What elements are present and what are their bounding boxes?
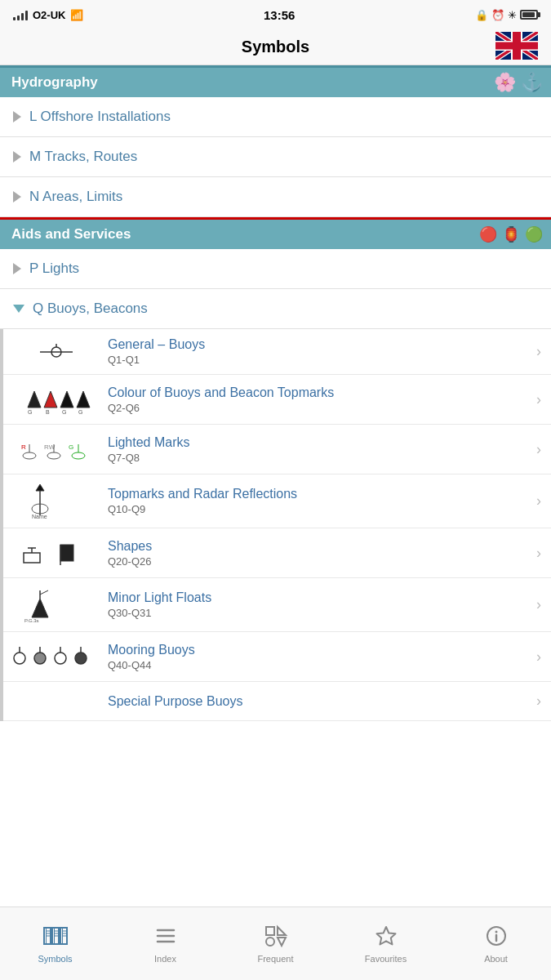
- svg-point-23: [23, 452, 36, 459]
- svg-marker-12: [28, 391, 41, 408]
- topmarks-title: Topmarks and Radar Reflections: [108, 487, 530, 501]
- category-M-label: M Tracks, Routes: [29, 149, 137, 165]
- signal-icon: [13, 9, 28, 20]
- svg-marker-15: [77, 391, 90, 408]
- svg-point-25: [47, 452, 60, 459]
- svg-rect-53: [46, 928, 47, 944]
- chevron-icon: ›: [536, 693, 541, 710]
- q-subitems-list: General – Buoys Q1-Q1 › G B G G: [0, 329, 551, 721]
- chevron-icon: ›: [536, 343, 541, 360]
- subitem-mooring-buoys[interactable]: Mooring Buoys Q40-Q44 ›: [3, 632, 551, 682]
- svg-text:G: G: [69, 443, 73, 451]
- minor-floats-code: Q30-Q31: [108, 607, 530, 619]
- general-buoys-icon: [11, 340, 101, 364]
- hydrography-icons: 🌸 ⚓: [494, 72, 543, 93]
- special-purpose-title: Special Purpose Buoys: [108, 694, 530, 709]
- svg-marker-71: [278, 927, 286, 935]
- hydrography-title: Hydrography: [11, 74, 98, 91]
- colour-buoys-text: Colour of Buoys and Beacon Topmarks Q2-Q…: [101, 385, 530, 414]
- general-buoys-code: Q1-Q1: [108, 354, 530, 366]
- tab-bar: Symbols Index Frequent: [0, 906, 551, 980]
- tab-favourites[interactable]: Favourites: [331, 920, 441, 969]
- page-title: Symbols: [242, 38, 309, 56]
- svg-point-48: [55, 653, 66, 664]
- svg-text:G: G: [78, 409, 82, 415]
- subitem-lighted-marks[interactable]: R RW G Lighted Marks Q7-Q8 ›: [3, 425, 551, 474]
- tab-index[interactable]: Index: [110, 920, 220, 969]
- subitem-minor-floats[interactable]: P.G.3s 5meter Minor Light Floats Q30-Q31…: [3, 578, 551, 632]
- colour-buoys-title: Colour of Buoys and Beacon Topmarks: [108, 385, 530, 400]
- tab-frequent[interactable]: Frequent: [220, 920, 331, 969]
- svg-point-50: [75, 653, 87, 664]
- lighted-marks-icon: R RW G: [11, 433, 101, 466]
- status-bar: O2-UK 📶 13:56 🔒 ⏰ ✳: [0, 0, 551, 29]
- status-icons: 🔒 ⏰ ✳: [475, 9, 538, 21]
- svg-rect-70: [266, 927, 274, 935]
- chevron-icon: ›: [536, 545, 541, 562]
- time-display: 13:56: [264, 8, 295, 22]
- topmarks-text: Topmarks and Radar Reflections Q10-Q9: [101, 487, 530, 515]
- chevron-icon: ›: [536, 391, 541, 408]
- category-P[interactable]: P Lights: [0, 249, 551, 289]
- tab-symbols[interactable]: Symbols: [0, 920, 110, 969]
- colour-buoys-code: Q2-Q6: [108, 402, 530, 414]
- svg-text:B: B: [46, 409, 50, 415]
- lighted-marks-code: Q7-Q8: [108, 452, 530, 464]
- category-N-label: N Areas, Limits: [29, 189, 122, 205]
- carrier-info: O2-UK 📶: [13, 9, 83, 21]
- subitem-shapes[interactable]: Shapes Q20-Q26 ›: [3, 528, 551, 578]
- svg-rect-55: [54, 928, 55, 944]
- colour-buoys-icon: G B G G: [11, 383, 101, 416]
- carrier-label: O2-UK: [33, 9, 65, 21]
- tab-about-label: About: [484, 954, 508, 964]
- tab-about[interactable]: About: [441, 920, 551, 969]
- subitem-topmarks[interactable]: Name G Topmarks and Radar Reflections Q1…: [3, 474, 551, 528]
- lock-icon: 🔒: [475, 9, 488, 21]
- chevron-right-icon: [13, 191, 21, 203]
- mooring-buoys-text: Mooring Buoys Q40-Q44: [101, 643, 530, 671]
- aids-title: Aids and Services: [11, 226, 131, 243]
- subitem-general-buoys[interactable]: General – Buoys Q1-Q1 ›: [3, 329, 551, 375]
- svg-rect-57: [62, 928, 63, 944]
- mooring-buoys-code: Q40-Q44: [108, 659, 530, 671]
- general-buoys-title: General – Buoys: [108, 337, 530, 352]
- shapes-grid-icon: [264, 924, 288, 951]
- uk-flag-svg: [495, 32, 538, 60]
- chevron-icon: ›: [536, 492, 541, 510]
- svg-rect-37: [60, 545, 73, 561]
- lighted-marks-title: Lighted Marks: [108, 435, 530, 450]
- svg-point-46: [34, 653, 46, 664]
- shapes-code: Q20-Q26: [108, 555, 530, 568]
- svg-marker-74: [376, 927, 395, 945]
- category-Q[interactable]: Q Buoys, Beacons: [0, 289, 551, 329]
- category-N[interactable]: N Areas, Limits: [0, 177, 551, 217]
- category-L[interactable]: L Offshore Installations: [0, 97, 551, 137]
- svg-rect-72: [266, 938, 274, 946]
- aids-icons: 🔴 🏮 🟢: [479, 225, 543, 243]
- svg-point-77: [495, 930, 497, 933]
- topmarks-code: Q10-Q9: [108, 503, 530, 515]
- subitem-colour-buoys[interactable]: G B G G Colour of Buoys and Beacon Topma…: [3, 375, 551, 425]
- category-L-label: L Offshore Installations: [29, 109, 171, 125]
- svg-marker-73: [278, 938, 286, 946]
- svg-text:R: R: [21, 443, 26, 451]
- topmarks-icon: Name G: [11, 483, 101, 519]
- mooring-buoys-icon: [11, 640, 101, 673]
- nav-bar: Symbols: [0, 29, 551, 65]
- tab-index-label: Index: [154, 954, 176, 964]
- shapes-text: Shapes Q20-Q26: [101, 539, 530, 568]
- chevron-right-icon: [13, 263, 21, 274]
- category-M[interactable]: M Tracks, Routes: [0, 137, 551, 177]
- chevron-icon: ›: [536, 441, 541, 458]
- tab-favourites-label: Favourites: [365, 954, 407, 964]
- flag-uk[interactable]: [495, 32, 538, 63]
- shapes-title: Shapes: [108, 539, 530, 554]
- star-icon: [375, 924, 398, 951]
- bluetooth-icon: ✳: [508, 9, 517, 21]
- subitem-special-purpose[interactable]: Special Purpose Buoys ›: [3, 682, 551, 721]
- svg-point-27: [72, 452, 85, 459]
- svg-point-44: [14, 653, 25, 664]
- svg-rect-34: [24, 553, 40, 563]
- tab-symbols-label: Symbols: [38, 954, 72, 964]
- mooring-buoys-title: Mooring Buoys: [108, 643, 530, 657]
